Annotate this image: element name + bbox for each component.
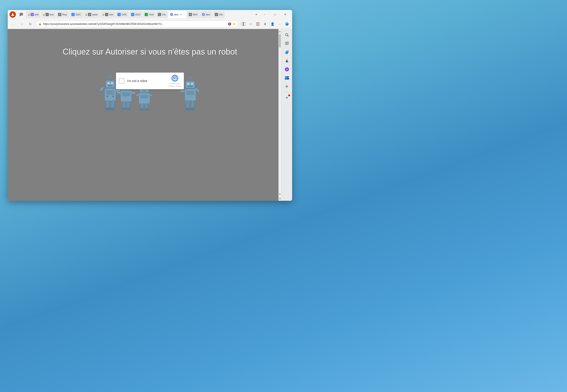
svg-rect-35 (131, 92, 135, 94)
collections-button[interactable] (254, 21, 261, 28)
scrollbar-track: ▲ ▼ ⚙ (278, 29, 281, 201)
refresh-button[interactable]: ↻ (27, 20, 34, 28)
svg-rect-48 (136, 94, 140, 96)
svg-rect-23 (111, 101, 114, 109)
read-aloud-icon[interactable]: 🔇 (228, 22, 231, 26)
window-controls: – □ ✕ (260, 11, 290, 18)
svg-rect-5 (242, 22, 243, 26)
recaptcha-checkbox[interactable] (119, 78, 124, 84)
tab-favicon-5: w (88, 13, 91, 16)
split-view-button[interactable] (240, 21, 247, 28)
tab-bull[interactable]: 🔒 b bull (26, 11, 40, 18)
svg-rect-52 (140, 108, 144, 110)
tab-clic-2[interactable]: C Clic (213, 11, 225, 18)
navigation-bar: ← → ↻ 🔒 https://yourjutrasstore.azureweb… (8, 19, 292, 29)
scroll-thumb[interactable] (279, 34, 281, 48)
sidebar-copilot-button[interactable]: M (283, 65, 291, 73)
tab-dex-active[interactable]: d dex: ✕ (168, 11, 187, 18)
svg-rect-17 (106, 90, 114, 95)
tab-ddc-3[interactable]: D DDC (129, 11, 143, 18)
tab-rep[interactable]: R Rep: (56, 11, 69, 18)
page-title: Cliquez sur Autoriser si vous n'êtes pas… (63, 47, 237, 57)
sidebar-outlook-button[interactable] (283, 74, 291, 82)
lock-icon-3: 🔒 (85, 13, 87, 16)
sidebar-briefcase-button[interactable]: 🧳 (283, 48, 291, 56)
sidebar-profile-button[interactable] (283, 57, 291, 65)
tab-tren-1[interactable]: 🔒 t tren (41, 11, 56, 18)
scroll-up-button[interactable]: ▲ (278, 29, 281, 34)
tab-label-3: Rep: (62, 13, 67, 16)
download-button[interactable]: ⬇ (262, 21, 269, 28)
tab-label-9: Youf (149, 13, 154, 16)
svg-rect-20 (100, 86, 104, 92)
svg-rect-2 (21, 13, 23, 14)
svg-rect-24 (105, 108, 110, 110)
tabs-area: 🔒 b bull 🔒 t tren R Rep: D DDC 🔒 (26, 10, 253, 19)
privacy-link[interactable]: Privacy (169, 85, 174, 87)
svg-rect-56 (186, 81, 195, 88)
tab-favicon-3: R (58, 13, 61, 16)
tab-favicon-13: d (202, 13, 205, 16)
svg-point-18 (106, 95, 108, 97)
tab-favicon-7: D (117, 13, 121, 16)
tab-www[interactable]: 🔒 w www. (83, 11, 100, 18)
svg-rect-4 (21, 15, 23, 15)
svg-point-55 (189, 76, 191, 78)
back-button[interactable]: ← (10, 20, 17, 28)
tab-youf[interactable]: Y Youf (143, 11, 156, 18)
scroll-settings-button[interactable]: ⚙ (278, 196, 281, 201)
svg-rect-57 (187, 83, 189, 85)
svg-point-19 (112, 95, 114, 97)
tab-favicon-14: C (215, 13, 218, 16)
tab-label-4: DDC (75, 13, 81, 16)
svg-line-69 (288, 36, 289, 37)
maximize-button[interactable]: □ (270, 11, 280, 18)
sidebar-collections-button[interactable] (283, 40, 291, 48)
close-button[interactable]: ✕ (280, 11, 290, 18)
vertical-tabs-button[interactable] (18, 11, 25, 18)
favorites-icon[interactable]: ⭐ (232, 22, 236, 26)
sidebar-share-button[interactable]: ✈ (283, 83, 291, 91)
tab-ddc-1[interactable]: D DDC (70, 11, 83, 18)
tab-label-13: dex: (206, 13, 211, 16)
svg-rect-53 (145, 108, 149, 110)
tab-wel[interactable]: W Wel: (187, 11, 200, 18)
svg-point-11 (109, 75, 111, 78)
tab-ddc-2[interactable]: D DDC (116, 11, 129, 18)
svg-rect-6 (244, 22, 245, 26)
svg-rect-34 (117, 92, 121, 94)
new-tab-button[interactable]: + (253, 11, 260, 18)
more-menu-button[interactable]: ··· (276, 21, 283, 28)
tab-label-6: tren (109, 13, 113, 16)
tab-favicon-10: C (158, 13, 161, 16)
svg-point-68 (286, 34, 288, 36)
svg-rect-64 (186, 101, 189, 109)
terms-link[interactable]: Terms (176, 85, 181, 87)
profile-button[interactable]: 👤 (269, 21, 276, 28)
svg-rect-38 (122, 108, 126, 110)
address-bar[interactable]: 🔒 https://yourjutrasstore.azurewebsites.… (35, 20, 239, 28)
forward-button[interactable]: → (18, 20, 25, 28)
tab-close-button[interactable]: ✕ (180, 13, 182, 16)
svg-rect-12 (106, 81, 115, 88)
tab-favicon-11: d (170, 13, 173, 16)
sidebar-add-button[interactable]: + (283, 94, 291, 102)
tab-label-10: Clic (162, 13, 166, 16)
tab-dex-2[interactable]: d dex: (200, 11, 213, 18)
recaptcha-logo: reCAPTCHA Privacy - Terms (169, 75, 181, 87)
page-main-content: Cliquez sur Autoriser si vous n'êtes pas… (8, 29, 292, 201)
lock-icon-2: 🔒 (43, 13, 45, 16)
tab-clic-1[interactable]: C Clic (156, 11, 168, 18)
svg-rect-13 (107, 82, 110, 84)
svg-rect-49 (149, 94, 152, 96)
tab-tren-2[interactable]: 🔒 t tren (100, 11, 115, 18)
lock-icon-4: 🔒 (102, 13, 104, 16)
title-bar: 🔒 b bull 🔒 t tren R Rep: D DDC 🔒 (8, 10, 292, 19)
tab-label-8: DDC (135, 13, 141, 16)
profile-avatar[interactable] (10, 11, 16, 18)
svg-rect-36 (122, 102, 126, 109)
minimize-button[interactable]: – (260, 11, 269, 18)
sidebar-search-button[interactable] (283, 31, 291, 39)
scroll-down-button[interactable]: ▼ (278, 192, 281, 196)
favorites-button[interactable]: ☆ (247, 21, 254, 28)
